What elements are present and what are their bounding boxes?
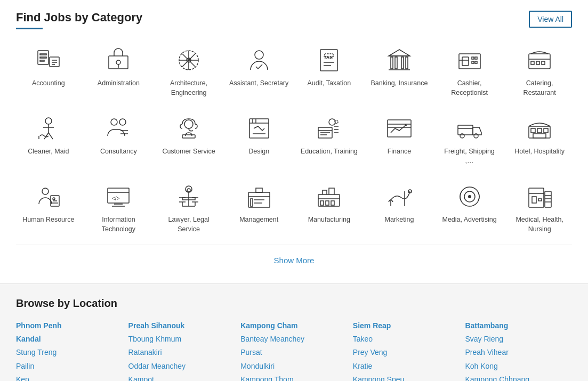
- location-link[interactable]: Siem Reap: [353, 321, 391, 330]
- education-training-icon: [313, 114, 345, 143]
- category-label-administration: Administration: [98, 79, 140, 88]
- category-item-architecture-engineering[interactable]: Architecture, Engineering: [156, 40, 221, 103]
- location-link[interactable]: Tboung Khmum: [128, 335, 182, 343]
- cleaner-maid-icon: [33, 114, 65, 143]
- category-item-management[interactable]: Management: [227, 176, 292, 239]
- location-link[interactable]: Kampot: [128, 375, 154, 381]
- information-technology-icon: [102, 182, 134, 211]
- location-link[interactable]: Preah Sihanouk: [128, 321, 185, 330]
- location-link[interactable]: Kratie: [353, 362, 373, 370]
- find-jobs-section: Find Jobs by Category View All Accountin…: [0, 0, 588, 283]
- location-link[interactable]: Kampong Chhnang: [465, 375, 529, 381]
- category-label-customer-service: Customer Service: [162, 147, 215, 157]
- category-item-manufacturing[interactable]: Manufacturing: [297, 176, 362, 239]
- location-link[interactable]: Oddar Meanchey: [128, 362, 186, 370]
- location-link[interactable]: Ratanakiri: [128, 348, 162, 356]
- audit-taxation-icon: [313, 45, 345, 75]
- location-link[interactable]: Phnom Penh: [16, 321, 62, 330]
- category-item-human-resource[interactable]: Human Resource: [16, 176, 81, 239]
- location-link[interactable]: Preah Vihear: [465, 348, 508, 356]
- category-label-architecture-engineering: Architecture, Engineering: [158, 79, 219, 98]
- category-item-assistant-secretary[interactable]: Assistant, Secretary: [227, 40, 292, 103]
- category-item-consultancy[interactable]: Consultancy: [86, 108, 151, 171]
- section-header: Find Jobs by Category View All: [16, 11, 572, 29]
- view-all-button[interactable]: View All: [529, 11, 572, 28]
- category-label-finance: Finance: [388, 147, 411, 157]
- hotel-hospitality-icon: [523, 114, 555, 143]
- manufacturing-icon: [313, 182, 345, 211]
- title-underline: [16, 28, 43, 29]
- browse-section: Browse by Location Phnom PenhKandalStung…: [0, 283, 588, 381]
- category-item-banking-insurance[interactable]: Banking, Insurance: [367, 40, 432, 103]
- category-item-media-advertising[interactable]: Media, Advertising: [437, 176, 502, 239]
- category-label-accounting: Accounting: [32, 79, 65, 88]
- consultancy-icon: [102, 114, 134, 143]
- architecture-engineering-icon: [173, 45, 205, 75]
- location-link[interactable]: Pailin: [16, 362, 34, 370]
- category-item-accounting[interactable]: Accounting: [16, 40, 81, 103]
- cashier-receptionist-icon: [454, 45, 486, 75]
- human-resource-icon: [33, 182, 65, 211]
- category-item-information-technology[interactable]: Information Technology: [86, 176, 151, 239]
- category-label-freight-shipping: Freight, Shipping ,…: [439, 147, 500, 166]
- browse-title: Browse by Location: [16, 297, 572, 310]
- category-item-customer-service[interactable]: Customer Service: [156, 108, 221, 171]
- category-item-marketing[interactable]: Marketing: [367, 176, 432, 239]
- location-link[interactable]: Kep: [16, 375, 29, 381]
- design-icon: [243, 114, 275, 143]
- category-item-catering-restaurant[interactable]: Catering, Restaurant: [507, 40, 572, 103]
- category-item-lawyer-legal[interactable]: Lawyer, Legal Service: [156, 176, 221, 239]
- category-item-finance[interactable]: Finance: [367, 108, 432, 171]
- category-label-consultancy: Consultancy: [100, 147, 137, 157]
- lawyer-legal-icon: [173, 182, 205, 211]
- locations-grid: Phnom PenhKandalStung TrengPailinKepPrea…: [16, 319, 572, 381]
- location-link[interactable]: Koh Kong: [465, 362, 498, 370]
- location-link[interactable]: Kandal: [16, 335, 41, 343]
- category-item-medical-health[interactable]: Medical, Health, Nursing: [507, 176, 572, 239]
- media-advertising-icon: [454, 182, 486, 211]
- category-item-cashier-receptionist[interactable]: Cashier, Receptionist: [437, 40, 502, 103]
- location-column-1: Preah SihanoukTboung KhmumRatanakiriOdda…: [128, 319, 236, 381]
- category-item-hotel-hospitality[interactable]: Hotel, Hospitality: [507, 108, 572, 171]
- location-column-0: Phnom PenhKandalStung TrengPailinKep: [16, 319, 123, 381]
- location-column-2: Kampong ChamBanteay MeancheyPursatMondul…: [240, 319, 348, 381]
- location-link[interactable]: Stung Treng: [16, 348, 57, 356]
- location-link[interactable]: Battambang: [465, 321, 508, 330]
- location-link[interactable]: Takeo: [353, 335, 373, 343]
- category-item-education-training[interactable]: Education, Training: [297, 108, 362, 171]
- freight-shipping-icon: [454, 114, 486, 143]
- management-icon: [243, 182, 275, 211]
- location-link[interactable]: Prey Veng: [353, 348, 388, 356]
- administration-icon: [102, 45, 134, 75]
- location-column-3: Siem ReapTakeoPrey VengKratieKampong Spe…: [353, 319, 460, 381]
- location-link[interactable]: Svay Rieng: [465, 335, 503, 343]
- category-label-hotel-hospitality: Hotel, Hospitality: [514, 147, 565, 157]
- category-item-freight-shipping[interactable]: Freight, Shipping ,…: [437, 108, 502, 171]
- category-label-media-advertising: Media, Advertising: [442, 215, 496, 225]
- section-title: Find Jobs by Category: [16, 11, 142, 25]
- location-link[interactable]: Banteay Meanchey: [240, 335, 304, 343]
- category-label-medical-health: Medical, Health, Nursing: [509, 215, 570, 234]
- assistant-secretary-icon: [243, 45, 275, 75]
- location-link[interactable]: Pursat: [240, 348, 262, 356]
- location-link[interactable]: Mondulkiri: [240, 362, 275, 370]
- category-item-design[interactable]: Design: [227, 108, 292, 171]
- category-item-audit-taxation[interactable]: Audit, Taxation: [297, 40, 362, 103]
- show-more-button[interactable]: Show More: [274, 256, 315, 265]
- accounting-icon: [33, 45, 65, 75]
- category-item-cleaner-maid[interactable]: Cleaner, Maid: [16, 108, 81, 171]
- show-more-section: Show More: [16, 245, 572, 278]
- category-label-information-technology: Information Technology: [88, 215, 149, 234]
- category-label-audit-taxation: Audit, Taxation: [307, 79, 351, 88]
- category-label-design: Design: [248, 147, 269, 157]
- category-label-marketing: Marketing: [384, 215, 414, 225]
- location-link[interactable]: Kampong Thom: [240, 375, 293, 381]
- category-label-catering-restaurant: Catering, Restaurant: [509, 79, 570, 98]
- customer-service-icon: [173, 114, 205, 143]
- location-link[interactable]: Kampong Cham: [240, 321, 297, 330]
- location-link[interactable]: Kampong Speu: [353, 375, 405, 381]
- category-label-cleaner-maid: Cleaner, Maid: [28, 147, 69, 157]
- category-item-administration[interactable]: Administration: [86, 40, 151, 103]
- category-label-assistant-secretary: Assistant, Secretary: [229, 79, 288, 88]
- category-label-manufacturing: Manufacturing: [308, 215, 350, 225]
